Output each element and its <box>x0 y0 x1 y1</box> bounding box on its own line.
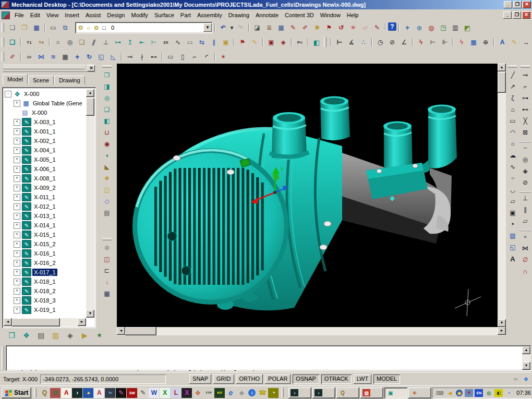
chamfer-icon[interactable]: ⌐ <box>189 52 200 62</box>
undo-dropdown-icon[interactable]: ▾ <box>229 22 234 33</box>
tree-item-label[interactable]: X-002_1 <box>32 137 57 144</box>
tree-item[interactable]: X-012_1 <box>14 202 86 211</box>
snap-toggle[interactable]: SNAP <box>189 374 211 384</box>
eraser-icon[interactable]: ▱ <box>359 22 371 33</box>
tree-expand-toggle[interactable] <box>14 269 20 276</box>
tree-expand-toggle[interactable] <box>14 213 20 220</box>
arc-icon[interactable]: ◠ <box>507 127 518 138</box>
toolbar-grip[interactable] <box>102 238 112 240</box>
toolbar-grip[interactable] <box>102 65 112 68</box>
scroll-up-icon[interactable]: ▲ <box>498 64 506 71</box>
snap-quadrant-icon[interactable]: ◈ <box>519 165 531 177</box>
tree-item-label[interactable]: X-018_2 <box>32 287 57 295</box>
snap-nearest-icon[interactable]: ⋈ <box>519 243 531 254</box>
associativity-icon[interactable]: ❖ <box>521 375 530 383</box>
tree-expand-toggle[interactable] <box>5 91 11 98</box>
part-edit-icon[interactable]: ❑ <box>7 37 18 47</box>
redo-icon[interactable]: ↷ <box>235 22 246 33</box>
catalog-icon[interactable]: ▤ <box>35 330 47 341</box>
wireless-tray-icon[interactable]: ◉ <box>456 390 463 396</box>
power-copy-icon[interactable]: ✐ <box>299 22 311 33</box>
task-console-1[interactable]: › <box>288 388 311 398</box>
restore-button[interactable]: ❐ <box>513 1 522 8</box>
viewport-horizontal-scrollbar[interactable]: ◄ ► <box>117 327 506 335</box>
tree-item[interactable]: X-003_1 <box>14 117 86 127</box>
globe-tray-icon[interactable]: ◍ <box>485 389 493 397</box>
hole-icon[interactable]: ◉ <box>101 138 113 150</box>
annotation-leader-icon[interactable]: ϟ <box>456 37 467 47</box>
clamp-icon[interactable]: ⊏ <box>101 265 113 276</box>
trim-icon[interactable]: ∤ <box>136 52 148 62</box>
menu-assist[interactable]: Assist <box>82 10 104 20</box>
power-snap-icon[interactable]: ✱ <box>311 22 323 33</box>
scroll-thumb[interactable] <box>86 98 94 116</box>
osnap-settings-icon[interactable]: ∩ <box>519 265 531 277</box>
tree-item-label[interactable]: X-003_1 <box>32 118 57 126</box>
tree-expand-toggle[interactable] <box>14 279 20 285</box>
dim-angular-icon[interactable]: ∠ <box>398 37 410 47</box>
command-scrollbar[interactable]: ▲ ▼ <box>522 346 530 370</box>
tree-item[interactable]: X-018_2 <box>14 286 86 296</box>
coordinates-display[interactable]: -349.0273, -265.5743, 0.0000 <box>40 374 166 384</box>
draw-app-icon[interactable]: ✎ <box>116 388 126 398</box>
tree-item-label[interactable]: X-014_1 <box>32 222 57 229</box>
zoom-realtime-icon[interactable]: ⊕ <box>414 22 425 33</box>
tab-drawing[interactable]: Drawing <box>54 76 84 84</box>
shell-icon[interactable]: ⊔ <box>101 127 113 138</box>
hatch-lines-icon[interactable]: ∥ <box>208 37 220 47</box>
tree-expand-toggle[interactable] <box>14 156 20 163</box>
grid-toggle[interactable]: GRID <box>213 374 234 384</box>
search-icon[interactable]: Q <box>39 388 50 398</box>
explode-icon[interactable]: ✶ <box>217 52 229 62</box>
polygon-icon[interactable]: ⌂ <box>507 104 518 115</box>
tree-item-label[interactable]: X-013_1 <box>32 212 57 220</box>
menu-edit[interactable]: Edit <box>27 10 43 20</box>
red-pencil-note-icon[interactable]: ✎ <box>371 22 383 33</box>
rotate-icon[interactable]: ↻ <box>83 52 95 62</box>
part-table-icon[interactable]: ▤ <box>101 207 113 219</box>
snap-parallel-icon[interactable]: ∥ <box>519 204 531 215</box>
start-button[interactable]: Start <box>2 388 31 398</box>
lock-icon[interactable]: ▣ <box>220 37 232 47</box>
tree-expand-toggle[interactable] <box>14 185 20 191</box>
power-edit-icon[interactable]: ✎ <box>287 22 299 33</box>
tab-model[interactable]: Model <box>3 74 28 84</box>
tree-item[interactable]: X-015_1 <box>14 230 86 239</box>
ellipse-arc-icon[interactable]: ◡ <box>507 184 518 196</box>
wave-app-icon[interactable]: ≈ <box>105 388 115 398</box>
menu-help[interactable]: Help <box>344 10 362 20</box>
globe-app-icon[interactable]: ◕ <box>83 388 93 398</box>
revolve-icon[interactable]: ◎ <box>101 92 113 104</box>
stretch-icon[interactable]: ◺ <box>107 52 119 62</box>
kit-icon[interactable]: KIT <box>214 388 225 398</box>
tree-expand-toggle[interactable] <box>14 203 20 210</box>
tree-item[interactable]: X-014_1 <box>14 221 86 230</box>
menu-annotate[interactable]: Annotate <box>252 10 282 20</box>
tree-expand-toggle[interactable] <box>14 110 19 116</box>
scroll-down-icon[interactable]: ▼ <box>86 310 94 318</box>
layers-stack-icon[interactable]: ⧉ <box>59 22 71 33</box>
tree-item-label[interactable]: X-005_1 <box>32 156 57 163</box>
model-canvas[interactable]: Y Z <box>117 64 498 327</box>
perpendicular-constraint-icon[interactable]: ⊥ <box>100 37 112 47</box>
tree-item-label[interactable]: X-000 <box>22 90 41 98</box>
panel-grip[interactable]: ✕ <box>3 65 95 72</box>
minimize-button[interactable]: _ <box>504 1 512 8</box>
command-window-grip[interactable] <box>2 346 4 370</box>
polyline-icon[interactable]: ζ <box>507 92 518 104</box>
text-t4-icon[interactable]: T4 <box>35 37 47 47</box>
menu-assembly[interactable]: Assembly <box>194 10 225 20</box>
display-tray-icon[interactable]: ◧ <box>494 389 503 397</box>
chamfer-feature-icon[interactable]: ◣ <box>101 161 113 173</box>
dim-align-icon[interactable]: ↔ <box>521 37 532 47</box>
tree-item[interactable]: X-006_1 <box>14 164 86 174</box>
command-text-area[interactable]: '_3dorbit Press ESC or ENTER to exit, or… <box>6 345 531 371</box>
excel-icon[interactable]: X <box>160 388 170 398</box>
tree-expand-toggle[interactable] <box>14 166 20 173</box>
snap-endpoint-icon[interactable]: ⊶ <box>519 92 531 104</box>
spring-icon[interactable]: ∿ <box>172 37 184 47</box>
tree-item-label[interactable]: X-008_1 <box>32 175 57 182</box>
task-console-2[interactable]: › <box>312 388 335 398</box>
datum-target-icon[interactable]: ⊕ <box>480 37 491 47</box>
tree-expand-toggle[interactable] <box>14 194 20 201</box>
